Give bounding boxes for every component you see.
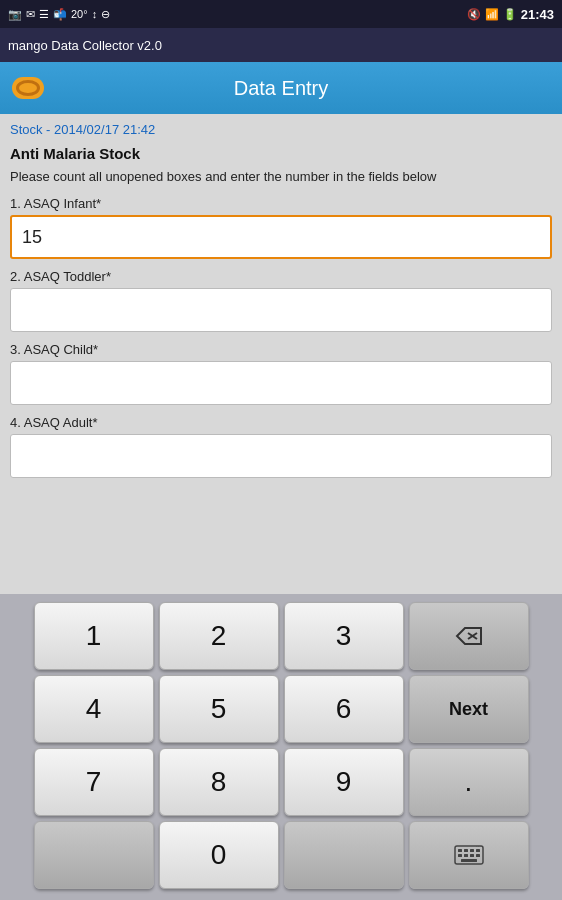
svg-text:...: ... — [476, 843, 481, 848]
app-bar: mango Data Collector v2.0 — [0, 28, 562, 62]
key-7[interactable]: 7 — [34, 748, 154, 816]
field-group-4: 4. ASAQ Adult* — [10, 415, 552, 478]
status-left-icons: 📷 ✉ ☰ 📬 20° ↕ ⊖ — [8, 8, 110, 21]
svg-rect-5 — [464, 849, 468, 852]
svg-rect-10 — [470, 854, 474, 857]
field-input-4[interactable] — [10, 434, 552, 478]
content-area: Stock - 2014/02/17 21:42 Anti Malaria St… — [0, 114, 562, 496]
svg-rect-11 — [476, 854, 480, 857]
svg-rect-12 — [461, 859, 477, 862]
field-label-4: 4. ASAQ Adult* — [10, 415, 552, 430]
field-label-2: 2. ASAQ Toddler* — [10, 269, 552, 284]
key-keyboard-icon[interactable]: ... — [409, 821, 529, 889]
key-1[interactable]: 1 — [34, 602, 154, 670]
inbox-icon: 📬 — [53, 8, 67, 21]
svg-rect-6 — [470, 849, 474, 852]
wifi-icon: 📶 — [485, 8, 499, 21]
key-empty-left — [34, 821, 154, 889]
form-instruction: Please count all unopened boxes and ente… — [10, 168, 552, 186]
key-next[interactable]: Next — [409, 675, 529, 743]
key-5[interactable]: 5 — [159, 675, 279, 743]
mute-icon: 🔇 — [467, 8, 481, 21]
battery-icon: 🔋 — [503, 8, 517, 21]
field-group-1: 1. ASAQ Infant* — [10, 196, 552, 259]
header-title: Data Entry — [234, 77, 328, 100]
keyboard-row-4: 0 ... — [6, 821, 556, 889]
key-backspace[interactable] — [409, 602, 529, 670]
keyboard-row-3: 7 8 9 . — [6, 748, 556, 816]
app-logo-icon — [12, 77, 44, 99]
numeric-keyboard: 1 2 3 4 5 6 Next 7 8 9 . 0 — [0, 594, 562, 900]
mail-icon: ✉ — [26, 8, 35, 21]
keyboard-row-1: 1 2 3 — [6, 602, 556, 670]
form-title: Anti Malaria Stock — [10, 145, 552, 162]
field-input-2[interactable] — [10, 288, 552, 332]
field-input-3[interactable] — [10, 361, 552, 405]
camera-icon: 📷 — [8, 8, 22, 21]
breadcrumb: Stock - 2014/02/17 21:42 — [10, 122, 552, 137]
svg-rect-9 — [464, 854, 468, 857]
field-group-2: 2. ASAQ Toddler* — [10, 269, 552, 332]
key-9[interactable]: 9 — [284, 748, 404, 816]
status-bar: 📷 ✉ ☰ 📬 20° ↕ ⊖ 🔇 📶 🔋 21:43 — [0, 0, 562, 28]
header-bar: Data Entry — [0, 62, 562, 114]
field-input-1[interactable] — [10, 215, 552, 259]
svg-rect-4 — [458, 849, 462, 852]
time-display: 21:43 — [521, 7, 554, 22]
block-icon: ⊖ — [101, 8, 110, 21]
field-group-3: 3. ASAQ Child* — [10, 342, 552, 405]
svg-rect-7 — [476, 849, 480, 852]
menu-icon: ☰ — [39, 8, 49, 21]
key-4[interactable]: 4 — [34, 675, 154, 743]
key-8[interactable]: 8 — [159, 748, 279, 816]
field-label-1: 1. ASAQ Infant* — [10, 196, 552, 211]
key-0[interactable]: 0 — [159, 821, 279, 889]
status-right-icons: 🔇 📶 🔋 21:43 — [467, 7, 554, 22]
sync-icon: ↕ — [92, 8, 98, 20]
app-title: mango Data Collector v2.0 — [8, 38, 162, 53]
key-3[interactable]: 3 — [284, 602, 404, 670]
key-6[interactable]: 6 — [284, 675, 404, 743]
svg-marker-0 — [457, 628, 481, 644]
temp-icon: 20° — [71, 8, 88, 20]
key-empty-right — [284, 821, 404, 889]
field-label-3: 3. ASAQ Child* — [10, 342, 552, 357]
key-2[interactable]: 2 — [159, 602, 279, 670]
keyboard-row-2: 4 5 6 Next — [6, 675, 556, 743]
key-dot[interactable]: . — [409, 748, 529, 816]
svg-rect-8 — [458, 854, 462, 857]
